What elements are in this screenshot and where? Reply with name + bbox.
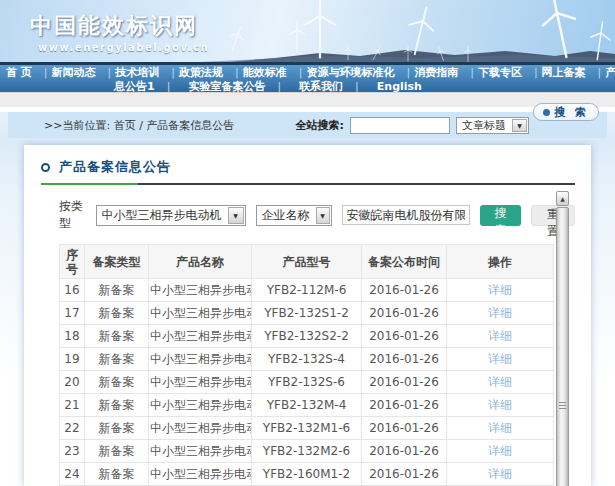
cell-publish-date: 2016-01-26 [362, 371, 447, 394]
cell-no: 22 [60, 417, 85, 440]
main-nav: 首 页新闻动态技术培训政策法规能效标准资源与环境标准化消费指南下载专区网上备案产… [0, 62, 615, 92]
detail-link[interactable]: 详细 [488, 467, 512, 481]
cell-publish-date: 2016-01-26 [362, 394, 447, 417]
product-type-select[interactable]: 中小型三相异步电动机 ▼ [96, 205, 246, 226]
search-field-value: 文章标题 [457, 118, 511, 133]
table-row: 23 新备案 中小型三相异步电动机 YFB2-132M2-6 2016-01-2… [60, 440, 554, 463]
page-title: 产品备案信息公告 [59, 158, 171, 176]
nav-link[interactable]: 首 页 [4, 66, 50, 80]
cell-product-name: 中小型三相异步电动机 [149, 440, 252, 463]
global-search-input[interactable] [350, 117, 450, 134]
nav-link[interactable]: English [375, 80, 424, 94]
cell-no: 24 [60, 463, 85, 486]
cell-publish-date: 2016-01-26 [362, 440, 447, 463]
nav-link[interactable]: 实验室备案公告 [186, 80, 283, 94]
company-field-select[interactable]: 企业名称 ▼ [256, 205, 332, 226]
cell-publish-date: 2016-01-26 [362, 417, 447, 440]
detail-link[interactable]: 详细 [488, 421, 512, 435]
cell-record-type: 新备案 [85, 440, 149, 463]
nav-link[interactable]: 能效标准 [241, 66, 305, 80]
cell-no: 20 [60, 371, 85, 394]
nav-link[interactable]: 联系我们 [297, 80, 361, 94]
site-name: 中国能效标识网 [30, 11, 209, 41]
section-divider [41, 183, 575, 185]
column-header: 序号 [60, 245, 85, 279]
global-search-button[interactable]: 搜 索 [533, 103, 599, 121]
cell-publish-date: 2016-01-26 [362, 348, 447, 371]
nav-link[interactable]: 消费指南 [412, 66, 476, 80]
cell-no: 19 [60, 348, 85, 371]
company-name-input[interactable] [342, 205, 470, 225]
cell-product-name: 中小型三相异步电动机 [149, 463, 252, 486]
column-header: 产品名称 [149, 245, 252, 279]
cell-publish-date: 2016-01-26 [362, 302, 447, 325]
chevron-down-icon: ▼ [512, 119, 527, 132]
product-type-value: 中小型三相异步电动机 [97, 207, 227, 224]
site-url: www.energylabel.gov.cn [38, 42, 209, 53]
cell-record-type: 新备案 [85, 302, 149, 325]
nav-link[interactable]: 政策法规 [177, 66, 241, 80]
cell-product-model: YFB2-132S2-2 [252, 325, 362, 348]
scrollbar-thumb[interactable] [556, 207, 569, 486]
records-table: 序号备案类型产品名称产品型号备案公布时间操作 16 新备案 中小型三相异步电动机… [59, 244, 554, 486]
nav-link[interactable]: 下载专区 [476, 66, 540, 80]
dot-icon [543, 109, 550, 116]
cell-no: 18 [60, 325, 85, 348]
cell-action: 详细 [447, 302, 554, 325]
detail-link[interactable]: 详细 [488, 444, 512, 458]
detail-link[interactable]: 详细 [488, 352, 512, 366]
global-search-label: 全站搜索: [296, 118, 344, 133]
filter-search-button[interactable]: 搜索 [480, 205, 522, 226]
cell-record-type: 新备案 [85, 348, 149, 371]
scroll-up-button[interactable]: ▲ [556, 191, 569, 206]
circle-bullet-icon [41, 163, 50, 172]
cell-record-type: 新备案 [85, 279, 149, 302]
detail-link[interactable]: 详细 [488, 283, 512, 297]
chevron-down-icon: ▼ [316, 207, 330, 224]
page-body: >>当前位置: 首页 / 产品备案信息公告 全站搜索: 文章标题 ▼ 搜 索 产… [0, 112, 615, 486]
cell-product-name: 中小型三相异步电动机 [149, 302, 252, 325]
cell-no: 16 [60, 279, 85, 302]
nav-link[interactable]: 产品备案信 [603, 66, 615, 80]
company-field-value: 企业名称 [257, 207, 315, 224]
column-header: 备案公布时间 [362, 245, 447, 279]
cell-no: 17 [60, 302, 85, 325]
cell-product-model: YFB2-132S-4 [252, 348, 362, 371]
detail-link[interactable]: 详细 [488, 375, 512, 389]
nav-link[interactable]: 网上备案 [540, 66, 604, 80]
detail-link[interactable]: 详细 [488, 329, 512, 343]
nav-link[interactable]: 技术培训 [113, 66, 177, 80]
table-body: 16 新备案 中小型三相异步电动机 YFB2-112M-6 2016-01-26… [60, 279, 554, 486]
chevron-down-icon: ▼ [228, 207, 244, 224]
cell-publish-date: 2016-01-26 [362, 325, 447, 348]
section-header: 产品备案信息公告 [24, 145, 591, 176]
cell-publish-date: 2016-01-26 [362, 463, 447, 486]
cell-product-name: 中小型三相异步电动机 [149, 417, 252, 440]
filter-bar: 按类型 中小型三相异步电动机 ▼ 企业名称 ▼ 搜索 重置 [59, 198, 575, 232]
cell-product-model: YFB2-160M1-2 [252, 463, 362, 486]
cell-action: 详细 [447, 440, 554, 463]
nav-link[interactable]: 资源与环境标准化 [304, 66, 412, 80]
cell-record-type: 新备案 [85, 394, 149, 417]
vertical-scrollbar[interactable]: ▲ [556, 191, 569, 486]
cell-action: 详细 [447, 371, 554, 394]
arrow-up-icon: ▲ [560, 195, 565, 202]
nav-link[interactable]: 息公告1 [112, 80, 172, 94]
nav-link[interactable]: 新闻动态 [50, 66, 114, 80]
table-row: 22 新备案 中小型三相异步电动机 YFB2-132M1-6 2016-01-2… [60, 417, 554, 440]
cell-product-model: YFB2-132M-4 [252, 394, 362, 417]
cell-record-type: 新备案 [85, 417, 149, 440]
table-row: 18 新备案 中小型三相异步电动机 YFB2-132S2-2 2016-01-2… [60, 325, 554, 348]
global-search-button-label: 搜 索 [554, 105, 589, 120]
cell-product-name: 中小型三相异步电动机 [149, 371, 252, 394]
detail-link[interactable]: 详细 [488, 398, 512, 412]
cell-publish-date: 2016-01-26 [362, 279, 447, 302]
cell-product-name: 中小型三相异步电动机 [149, 325, 252, 348]
cell-record-type: 新备案 [85, 463, 149, 486]
search-field-select[interactable]: 文章标题 ▼ [456, 117, 529, 134]
cell-product-model: YFB2-132S1-2 [252, 302, 362, 325]
global-search: 全站搜索: 文章标题 ▼ [296, 117, 529, 134]
nav-row-1: 首 页新闻动态技术培训政策法规能效标准资源与环境标准化消费指南下载专区网上备案产… [0, 66, 615, 80]
detail-link[interactable]: 详细 [488, 306, 512, 320]
cell-product-model: YFB2-112M-6 [252, 279, 362, 302]
